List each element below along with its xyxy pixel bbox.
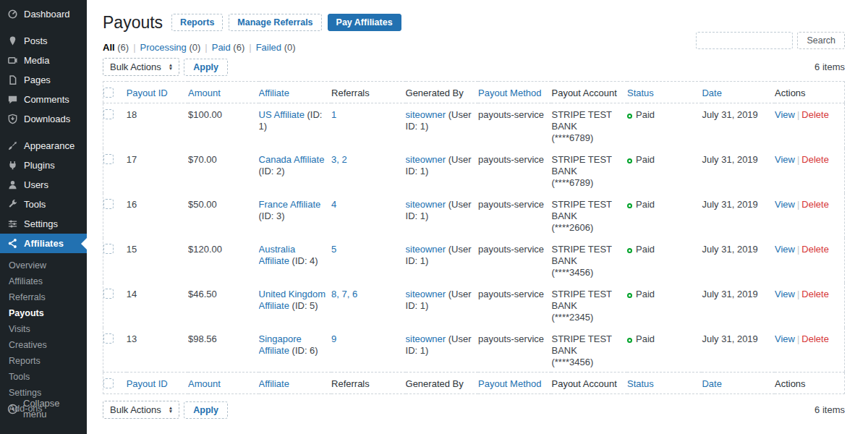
referrals-link[interactable]: 4 xyxy=(331,199,336,210)
row-checkbox[interactable] xyxy=(103,289,114,299)
sidebar-item-media[interactable]: Media xyxy=(0,51,87,70)
payout-account-cell: STRIPE TEST BANK (****6789) xyxy=(551,103,627,148)
generated-by-link[interactable]: siteowner xyxy=(406,244,446,255)
view-link[interactable]: View xyxy=(775,244,795,255)
referrals-cell: 3, 2 xyxy=(331,148,406,193)
reports-button[interactable]: Reports xyxy=(171,14,223,31)
filter-paid[interactable]: Paid xyxy=(212,42,231,53)
column-header-payout-method[interactable]: Payout Method xyxy=(478,373,551,394)
payout-id-cell: 17 xyxy=(127,148,188,193)
delete-link[interactable]: Delete xyxy=(801,154,829,165)
pay-affiliates-button[interactable]: Pay Affiliates xyxy=(328,14,401,31)
submenu-item-creatives[interactable]: Creatives xyxy=(0,337,87,353)
sidebar-item-posts[interactable]: Posts xyxy=(0,31,87,51)
sidebar-item-label: Affiliates xyxy=(24,238,64,249)
status-cell: Paid xyxy=(627,103,702,148)
generated-by-link[interactable]: siteowner xyxy=(406,109,446,120)
apply-button-bottom[interactable]: Apply xyxy=(184,401,228,419)
search-input[interactable] xyxy=(696,32,793,49)
delete-link[interactable]: Delete xyxy=(801,333,829,344)
sidebar-item-tools[interactable]: Tools xyxy=(0,195,87,214)
view-link[interactable]: View xyxy=(775,109,795,120)
generated-by-link[interactable]: siteowner xyxy=(406,154,446,165)
submenu-item-referrals[interactable]: Referrals xyxy=(0,289,87,305)
bulk-actions-select-bottom[interactable]: Bulk Actions ▲▼ xyxy=(103,401,179,419)
referrals-link[interactable]: 1 xyxy=(331,109,336,120)
delete-link[interactable]: Delete xyxy=(801,244,829,255)
referrals-link[interactable]: 3, 2 xyxy=(331,154,347,165)
sidebar-item-settings[interactable]: Settings xyxy=(0,214,87,234)
referrals-link[interactable]: 5 xyxy=(331,244,336,255)
apply-button[interactable]: Apply xyxy=(184,59,228,76)
delete-link[interactable]: Delete xyxy=(801,109,829,120)
column-header-date[interactable]: Date xyxy=(702,82,774,103)
sidebar-item-label: Dashboard xyxy=(24,9,70,20)
manage-referrals-button[interactable]: Manage Referrals xyxy=(229,14,321,31)
generated-by-link[interactable]: siteowner xyxy=(406,199,446,210)
submenu-item-overview[interactable]: Overview xyxy=(0,258,87,273)
payout-row: 13$98.56Singapore Affiliate (ID: 6)9site… xyxy=(103,328,845,373)
column-header-payout-id[interactable]: Payout ID xyxy=(127,373,188,394)
select-all-checkbox[interactable] xyxy=(103,378,114,388)
column-header-affiliate[interactable]: Affiliate xyxy=(259,82,331,103)
collapse-menu-button[interactable]: Collapse menu xyxy=(0,393,87,424)
view-link[interactable]: View xyxy=(775,333,795,344)
delete-link[interactable]: Delete xyxy=(801,289,829,299)
delete-link[interactable]: Delete xyxy=(801,199,829,210)
row-checkbox[interactable] xyxy=(103,244,114,254)
column-header-status[interactable]: Status xyxy=(627,82,702,103)
view-link[interactable]: View xyxy=(775,289,795,299)
filter-processing[interactable]: Processing xyxy=(140,42,187,53)
sidebar-item-affiliates[interactable]: Affiliates xyxy=(0,234,87,253)
submenu-item-tools[interactable]: Tools xyxy=(0,369,87,385)
column-header-affiliate[interactable]: Affiliate xyxy=(259,373,331,394)
comment-icon xyxy=(7,94,18,105)
column-header-payout-id[interactable]: Payout ID xyxy=(127,82,188,103)
column-header-date[interactable]: Date xyxy=(702,373,774,394)
column-label: Date xyxy=(702,88,721,98)
search-button[interactable]: Search xyxy=(797,32,845,49)
filter-count: (6) xyxy=(115,42,129,53)
sidebar-item-users[interactable]: Users xyxy=(0,175,87,195)
submenu-item-reports[interactable]: Reports xyxy=(0,353,87,369)
submenu-item-visits[interactable]: Visits xyxy=(0,321,87,337)
status-cell: Paid xyxy=(627,238,702,283)
generated-by-link[interactable]: siteowner xyxy=(406,289,446,299)
sidebar-item-dashboard[interactable]: Dashboard xyxy=(0,4,87,24)
affiliate-link[interactable]: France Affiliate xyxy=(259,199,321,210)
sidebar-item-comments[interactable]: Comments xyxy=(0,90,87,109)
submenu-item-affiliates[interactable]: Affiliates xyxy=(0,273,87,289)
column-header-status[interactable]: Status xyxy=(627,373,702,394)
sidebar-item-pages[interactable]: Pages xyxy=(0,70,87,90)
row-checkbox[interactable] xyxy=(103,333,114,344)
column-header-amount[interactable]: Amount xyxy=(188,373,258,394)
referrals-link[interactable]: 9 xyxy=(331,333,336,344)
affiliate-link[interactable]: Australia Affiliate xyxy=(259,244,296,266)
date-cell: July 31, 2019 xyxy=(702,283,774,328)
sidebar-item-appearance[interactable]: Appearance xyxy=(0,136,87,156)
sidebar-item-downloads[interactable]: Downloads xyxy=(0,109,87,129)
filter-failed[interactable]: Failed xyxy=(256,42,281,53)
select-all-checkbox[interactable] xyxy=(103,88,114,98)
affiliate-link[interactable]: US Affiliate xyxy=(259,109,305,120)
row-checkbox[interactable] xyxy=(103,109,114,119)
payout-account-cell: STRIPE TEST BANK (****6789) xyxy=(551,148,627,193)
view-link[interactable]: View xyxy=(775,154,795,165)
menu-separator xyxy=(0,24,87,31)
affiliate-link[interactable]: Canada Affiliate xyxy=(259,154,325,165)
submenu-item-payouts[interactable]: Payouts xyxy=(0,305,87,321)
column-header-payout-method[interactable]: Payout Method xyxy=(478,82,551,103)
referrals-link[interactable]: 8, 7, 6 xyxy=(331,289,357,299)
column-header-amount[interactable]: Amount xyxy=(188,82,258,103)
filter-all[interactable]: All xyxy=(103,42,115,53)
filter-count: (0) xyxy=(187,42,201,53)
view-link[interactable]: View xyxy=(775,199,795,210)
generated-by-link[interactable]: siteowner xyxy=(406,333,446,344)
row-checkbox[interactable] xyxy=(103,199,114,209)
bulk-actions-select[interactable]: Bulk Actions ▲▼ xyxy=(103,58,179,76)
sidebar-item-plugins[interactable]: Plugins xyxy=(0,156,87,175)
row-checkbox[interactable] xyxy=(103,154,114,164)
affiliates-icon xyxy=(7,238,18,249)
referrals-cell: 4 xyxy=(331,193,406,238)
amount-cell: $50.00 xyxy=(188,193,258,238)
